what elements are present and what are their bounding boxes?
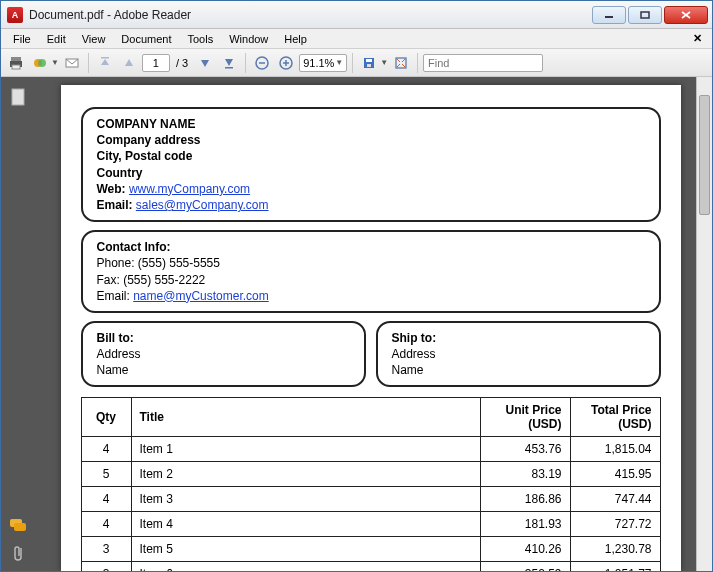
svg-rect-22 <box>366 59 372 62</box>
billto-heading: Bill to: <box>97 331 134 345</box>
cell-total: 415.95 <box>570 462 660 487</box>
contact-heading: Contact Info: <box>97 240 171 254</box>
contact-block: Contact Info: Phone: (555) 555-5555 Fax:… <box>81 230 661 313</box>
cell-unit: 181.93 <box>480 512 570 537</box>
cell-total: 1,230.78 <box>570 537 660 562</box>
up-arrow-icon <box>123 57 135 69</box>
cell-unit: 453.76 <box>480 437 570 462</box>
company-country: Country <box>97 166 143 180</box>
menu-file[interactable]: File <box>5 31 39 47</box>
zoom-select[interactable]: 91.1% ▼ <box>299 54 347 72</box>
pages-panel-button[interactable] <box>8 87 28 107</box>
menubar: File Edit View Document Tools Window Hel… <box>1 29 712 49</box>
separator <box>245 53 246 73</box>
svg-rect-23 <box>367 64 371 67</box>
menu-close-doc[interactable]: ✕ <box>687 32 708 45</box>
next-page-button[interactable] <box>194 52 216 74</box>
menu-help[interactable]: Help <box>276 31 315 47</box>
close-button[interactable] <box>664 6 708 24</box>
cell-total: 1,815.04 <box>570 437 660 462</box>
print-icon <box>8 55 24 71</box>
separator <box>417 53 418 73</box>
zoom-out-button[interactable] <box>251 52 273 74</box>
cell-title: Item 1 <box>131 437 480 462</box>
fit-page-button[interactable] <box>390 52 412 74</box>
col-total: Total Price (USD) <box>570 398 660 437</box>
company-citypostal: City, Postal code <box>97 149 193 163</box>
print-button[interactable] <box>5 52 27 74</box>
shipto-name: Name <box>392 363 424 377</box>
shipto-address: Address <box>392 347 436 361</box>
document-viewport[interactable]: COMPANY NAME Company address City, Posta… <box>35 77 712 571</box>
page-number-input[interactable] <box>142 54 170 72</box>
minimize-icon <box>604 11 614 19</box>
chevron-down-icon: ▼ <box>335 58 343 67</box>
cell-qty: 3 <box>81 537 131 562</box>
table-row: 4Item 1453.761,815.04 <box>81 437 660 462</box>
up-arrow-first-icon <box>99 57 111 69</box>
col-unit: Unit Price (USD) <box>480 398 570 437</box>
svg-rect-15 <box>225 67 233 69</box>
comments-panel-button[interactable] <box>8 515 28 535</box>
plus-icon <box>279 56 293 70</box>
email-label: Email: <box>97 198 133 212</box>
minimize-button[interactable] <box>592 6 626 24</box>
svg-marker-13 <box>201 60 209 67</box>
menu-document[interactable]: Document <box>113 31 179 47</box>
billto-name: Name <box>97 363 129 377</box>
cell-unit: 350.59 <box>480 562 570 571</box>
dropdown-icon[interactable]: ▼ <box>51 58 59 67</box>
svg-marker-12 <box>125 59 133 66</box>
table-row: 4Item 4181.93727.72 <box>81 512 660 537</box>
svg-line-25 <box>397 59 400 62</box>
find-input[interactable] <box>423 54 543 72</box>
menu-window[interactable]: Window <box>221 31 276 47</box>
menu-view[interactable]: View <box>74 31 114 47</box>
email-button[interactable] <box>61 52 83 74</box>
dropdown-icon[interactable]: ▼ <box>380 58 388 67</box>
cell-unit: 410.26 <box>480 537 570 562</box>
billto-block: Bill to: Address Name <box>81 321 366 388</box>
email-icon <box>64 55 80 71</box>
page-icon <box>10 88 26 106</box>
combine-button[interactable] <box>29 52 51 74</box>
vertical-scrollbar[interactable] <box>696 77 712 571</box>
maximize-icon <box>640 11 650 19</box>
company-email-link[interactable]: sales@myCompany.com <box>136 198 269 212</box>
cell-title: Item 6 <box>131 562 480 571</box>
menu-edit[interactable]: Edit <box>39 31 74 47</box>
table-header-row: Qty Title Unit Price (USD) Total Price (… <box>81 398 660 437</box>
floppy-icon <box>362 56 376 70</box>
combine-icon <box>32 55 48 71</box>
menu-tools[interactable]: Tools <box>180 31 222 47</box>
company-web-link[interactable]: www.myCompany.com <box>129 182 250 196</box>
shipto-heading: Ship to: <box>392 331 437 345</box>
last-page-button[interactable] <box>218 52 240 74</box>
titlebar: A Document.pdf - Adobe Reader <box>1 1 712 29</box>
cell-title: Item 3 <box>131 487 480 512</box>
prev-page-button[interactable] <box>118 52 140 74</box>
cell-unit: 83.19 <box>480 462 570 487</box>
first-page-button[interactable] <box>94 52 116 74</box>
paperclip-icon <box>11 544 25 562</box>
cell-qty: 4 <box>81 487 131 512</box>
separator <box>88 53 89 73</box>
cell-qty: 5 <box>81 462 131 487</box>
svg-marker-14 <box>225 59 233 66</box>
contact-email-link[interactable]: name@myCustomer.com <box>133 289 269 303</box>
cell-qty: 4 <box>81 512 131 537</box>
cell-qty: 4 <box>81 437 131 462</box>
scrollbar-thumb[interactable] <box>699 95 710 215</box>
svg-point-8 <box>38 59 46 67</box>
pdf-page: COMPANY NAME Company address City, Posta… <box>61 85 681 571</box>
contact-email-label: Email: <box>97 289 130 303</box>
down-arrow-icon <box>199 57 211 69</box>
table-row: 3Item 5410.261,230.78 <box>81 537 660 562</box>
svg-line-26 <box>402 59 405 62</box>
save-button[interactable] <box>358 52 380 74</box>
company-block: COMPANY NAME Company address City, Posta… <box>81 107 661 222</box>
maximize-button[interactable] <box>628 6 662 24</box>
attachments-panel-button[interactable] <box>8 543 28 563</box>
zoom-in-button[interactable] <box>275 52 297 74</box>
col-title: Title <box>131 398 480 437</box>
